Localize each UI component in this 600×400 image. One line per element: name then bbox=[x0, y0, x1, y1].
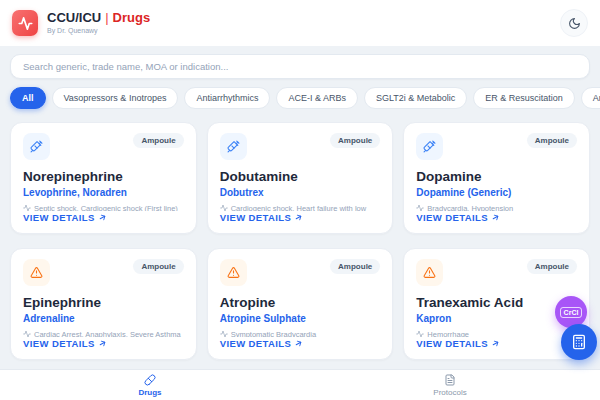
trade-names: Levophrine, Noradren bbox=[23, 187, 184, 198]
alert-triangle-icon bbox=[220, 259, 247, 286]
ampoule-badge: Ampoule bbox=[330, 133, 380, 148]
pulse-icon bbox=[416, 204, 424, 211]
byline: By Dr. Quenawy bbox=[47, 27, 150, 35]
view-details-link[interactable]: VIEW DETAILS bbox=[416, 338, 577, 349]
crcl-fab-label: CrCl bbox=[560, 307, 583, 318]
view-details-link[interactable]: VIEW DETAILS bbox=[416, 212, 577, 223]
title-block: CCU/ICU | Drugs By Dr. Quenawy bbox=[47, 11, 150, 35]
pulse-icon bbox=[23, 204, 31, 211]
app-title: CCU/ICU bbox=[47, 11, 101, 25]
ampoule-badge: Ampoule bbox=[133, 133, 183, 148]
arrow-right-icon bbox=[294, 213, 303, 222]
view-details-link[interactable]: VIEW DETAILS bbox=[220, 338, 381, 349]
pulse-icon bbox=[220, 204, 228, 211]
theme-toggle-button[interactable] bbox=[560, 9, 588, 37]
activity-icon bbox=[18, 16, 33, 31]
filter-chip-sglt2i-metabolic[interactable]: SGLT2i & Metabolic bbox=[364, 87, 467, 109]
ampoule-badge: Ampoule bbox=[527, 133, 577, 148]
indications: Hemorrhage bbox=[416, 330, 577, 337]
search-bar bbox=[0, 46, 600, 84]
title-separator: | bbox=[105, 11, 108, 25]
filter-chip-ace-i-arbs[interactable]: ACE-I & ARBs bbox=[276, 87, 358, 109]
pill-icon bbox=[144, 374, 156, 386]
bottom-nav: Drugs Protocols bbox=[0, 369, 600, 400]
pulse-icon bbox=[220, 330, 228, 337]
indications: Bradycardia, Hypotension bbox=[416, 204, 577, 211]
filter-chip-all[interactable]: All bbox=[10, 87, 46, 109]
search-input[interactable] bbox=[10, 54, 590, 79]
drug-name: Atropine bbox=[220, 295, 381, 310]
app-window: CCU/ICU | Drugs By Dr. Quenawy All Vasop… bbox=[0, 0, 600, 400]
ampoule-badge: Ampoule bbox=[133, 259, 183, 274]
moon-icon bbox=[568, 17, 581, 30]
view-details-link[interactable]: VIEW DETAILS bbox=[23, 212, 184, 223]
filter-chip-antibiotics[interactable]: Antibiotics bbox=[581, 87, 600, 109]
indications: Cardiogenic shock, Heart failure with lo… bbox=[220, 204, 381, 211]
ampoule-badge: Ampoule bbox=[527, 259, 577, 274]
drug-card-atropine[interactable]: Ampoule Atropine Atropine Sulphate Sympt… bbox=[207, 248, 394, 360]
drug-card-dopamine[interactable]: Ampoule Dopamine Dopamine (Generic) Brad… bbox=[403, 122, 590, 234]
calculator-icon bbox=[571, 334, 587, 350]
filter-chip-vasopressors-inotropes[interactable]: Vasopressors & Inotropes bbox=[52, 87, 179, 109]
drug-card-norepinephrine[interactable]: Ampoule Norepinephrine Levophrine, Norad… bbox=[10, 122, 197, 234]
arrow-right-icon bbox=[294, 339, 303, 348]
arrow-right-icon bbox=[98, 339, 107, 348]
pulse-icon bbox=[23, 330, 31, 337]
nav-item-drugs[interactable]: Drugs bbox=[0, 370, 300, 400]
filter-chip-row: All Vasopressors & Inotropes Antiarrhyth… bbox=[0, 84, 600, 118]
drug-name: Epinephrine bbox=[23, 295, 184, 310]
view-details-link[interactable]: VIEW DETAILS bbox=[23, 338, 184, 349]
trade-names: Adrenaline bbox=[23, 313, 184, 324]
file-text-icon bbox=[444, 374, 456, 386]
dose-calculator-fab[interactable] bbox=[561, 324, 597, 360]
ampoule-badge: Ampoule bbox=[330, 259, 380, 274]
arrow-right-icon bbox=[98, 213, 107, 222]
alert-triangle-icon bbox=[23, 259, 50, 286]
drug-name: Norepinephrine bbox=[23, 169, 184, 184]
alert-triangle-icon bbox=[416, 259, 443, 286]
syringe-icon bbox=[23, 133, 50, 160]
nav-label: Drugs bbox=[138, 388, 161, 397]
syringe-icon bbox=[416, 133, 443, 160]
page-title: CCU/ICU | Drugs bbox=[47, 11, 150, 25]
pulse-icon bbox=[416, 330, 424, 337]
indications: Cardiac Arrest, Anaphylaxis, Severe Asth… bbox=[23, 330, 184, 337]
header: CCU/ICU | Drugs By Dr. Quenawy bbox=[0, 0, 600, 46]
trade-names: Atropine Sulphate bbox=[220, 313, 381, 324]
drug-name: Dopamine bbox=[416, 169, 577, 184]
filter-chip-er-resuscitation[interactable]: ER & Resuscitation bbox=[473, 87, 575, 109]
app-logo bbox=[12, 10, 38, 36]
drug-name: Dobutamine bbox=[220, 169, 381, 184]
indications: Symptomatic Bradycardia bbox=[220, 330, 381, 337]
view-details-link[interactable]: VIEW DETAILS bbox=[220, 212, 381, 223]
arrow-right-icon bbox=[491, 213, 500, 222]
trade-names: Dopamine (Generic) bbox=[416, 187, 577, 198]
crcl-calculator-fab[interactable]: CrCl bbox=[555, 296, 587, 328]
indications: Septic shock, Cardiogenic shock (First l… bbox=[23, 204, 184, 211]
drug-card-dobutamine[interactable]: Ampoule Dobutamine Dobutrex Cardiogenic … bbox=[207, 122, 394, 234]
trade-names: Kapron bbox=[416, 313, 577, 324]
trade-names: Dobutrex bbox=[220, 187, 381, 198]
arrow-right-icon bbox=[491, 339, 500, 348]
nav-item-protocols[interactable]: Protocols bbox=[300, 370, 600, 400]
drug-card-epinephrine[interactable]: Ampoule Epinephrine Adrenaline Cardiac A… bbox=[10, 248, 197, 360]
syringe-icon bbox=[220, 133, 247, 160]
app-title-accent: Drugs bbox=[113, 11, 151, 25]
drug-card-grid: Ampoule Norepinephrine Levophrine, Norad… bbox=[0, 118, 600, 400]
drug-name: Tranexamic Acid bbox=[416, 295, 577, 310]
nav-label: Protocols bbox=[433, 388, 466, 397]
filter-chip-antiarrhythmics[interactable]: Antiarrhythmics bbox=[184, 87, 270, 109]
